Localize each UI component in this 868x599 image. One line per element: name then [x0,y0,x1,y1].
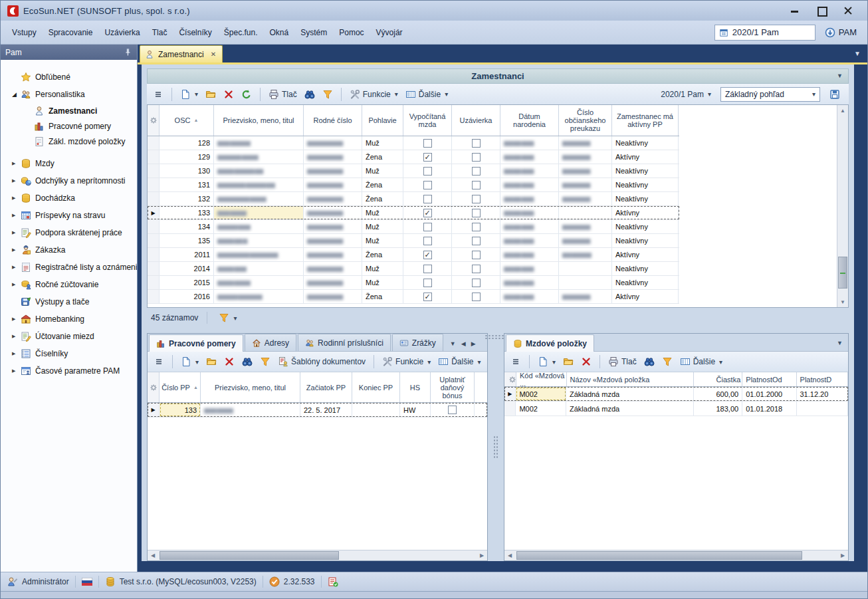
tree-expand-icon[interactable] [12,247,21,253]
closing-checkbox[interactable] [472,265,481,273]
splitter-grip-icon[interactable] [493,435,498,458]
grid-settings-cell[interactable] [148,372,160,402]
closing-checkbox[interactable] [472,153,481,162]
toolbar-period-selector[interactable]: 2020/1 Pam [658,88,714,100]
search-button[interactable] [302,88,318,101]
menu-item[interactable]: Spracovanie [43,25,99,40]
filter-button[interactable] [320,88,336,101]
search-button[interactable] [641,355,657,368]
menu-item[interactable]: Vstupy [6,25,43,40]
column-header-cislo-pp[interactable]: Číslo PP [160,372,201,402]
calculated-wage-checkbox[interactable] [423,251,432,259]
tree-expand-icon[interactable] [12,368,21,374]
column-header-rodne-cislo[interactable]: Rodné číslo [304,105,362,136]
table-row[interactable]: M002 Základná mzda 183,00 01.01.2018 [504,402,848,416]
column-header-vypocitana-mzda[interactable]: Vypočítaná mzda [403,105,452,136]
sidebar-item[interactable]: Dochádzka [1,189,137,207]
table-row[interactable]: 2016 ▆▆▆▆▆ ▆▆▆▆▆▆ ▆▆▆▆▆▆▆▆▆ Žena ▆▆.▆▆.▆… [148,290,679,304]
vertical-scrollbar[interactable] [837,105,848,307]
tab-mzdove-polozky[interactable]: Mzdové položky [506,334,594,352]
grid-settings-cell[interactable] [504,372,516,386]
menu-item[interactable]: Vývojár [370,25,409,40]
detail-tab[interactable]: Zrážky [392,334,443,351]
column-header-pohlavie[interactable]: Pohlavie [362,105,403,136]
filter-menu-button[interactable] [216,311,239,324]
maximize-button[interactable] [817,7,826,15]
sidebar-item[interactable]: Zákazka [1,241,137,259]
menu-icon[interactable] [150,88,166,101]
panel-menu-arrow-icon[interactable] [837,340,843,346]
closing-checkbox[interactable] [472,209,481,217]
document-templates-button[interactable]: Šablóny dokumentov [275,355,368,368]
calculated-wage-checkbox[interactable] [423,237,432,245]
closing-checkbox[interactable] [472,279,481,287]
horizontal-scrollbar[interactable] [504,550,848,560]
scrollbar-thumb[interactable] [838,257,847,289]
closing-checkbox[interactable] [472,181,481,189]
table-row[interactable]: 2015 ▆▆▆▆ ▆▆▆▆ ▆▆▆▆▆▆▆▆▆ Muž ▆▆.▆▆.▆▆▆ N… [148,276,679,290]
tab-zamestnanci[interactable]: Zamestnanci [140,45,223,62]
open-record-button[interactable] [203,88,219,101]
calculated-wage-checkbox[interactable] [423,139,432,148]
sidebar-item[interactable]: Zákl. mzdové položky [1,134,137,149]
sidebar-item[interactable]: Časové parametre PAM [1,362,137,380]
more-button[interactable]: Ďalšie [677,355,725,368]
closing-checkbox[interactable] [472,195,481,203]
tree-expand-icon[interactable] [12,213,21,218]
sidebar-item[interactable]: Odchýlky a neprítomnosti [1,172,137,189]
table-row[interactable]: 130 ▆▆▆▆ ▆▆▆▆▆ ▆▆ ▆▆▆▆▆▆▆▆▆ Muž ▆▆.▆▆.▆▆… [148,164,679,178]
column-header-koniec-pp[interactable]: Koniec PP [352,372,400,402]
minimize-button[interactable] [790,7,800,15]
close-button[interactable] [843,7,853,15]
menu-icon[interactable] [151,355,167,368]
print-button[interactable]: Tlač [266,88,300,101]
tree-expand-icon[interactable] [12,195,21,201]
table-row[interactable]: 128 ▆▆▆ ▆▆▆▆▆ ▆▆▆▆▆▆▆▆▆ Muž ▆▆.▆▆.▆▆▆ ▆▆… [148,136,679,150]
menu-item[interactable]: Tlač [146,25,173,40]
table-row[interactable]: 131 ▆▆▆▆▆▆▆ ▆▆▆▆▆ ▆▆ ▆▆▆▆▆▆▆▆▆ Žena ▆▆.▆… [148,178,679,192]
sidebar-item[interactable]: Účtovanie miezd [1,328,137,345]
column-header-danovy-bonus[interactable]: Uplatniť daňový bónus [431,372,475,402]
column-header-hs[interactable]: HS [400,372,431,402]
open-record-button[interactable] [203,355,219,368]
calculated-wage-checkbox[interactable] [423,223,432,231]
sidebar-header[interactable]: Pam [1,45,137,60]
menu-item[interactable]: Pomoc [333,25,370,40]
closing-checkbox[interactable] [472,293,481,301]
grid-settings-cell[interactable] [148,105,160,136]
view-combobox[interactable]: Základný pohľad [720,87,820,102]
table-row[interactable]: 134 ▆▆▆▆▆ ▆▆▆ ▆▆▆▆▆▆▆▆▆ Muž ▆▆.▆▆.▆▆▆ ▆▆… [148,220,679,234]
panel-splitter[interactable] [488,333,504,561]
pam-module-button[interactable]: PAM [825,27,857,38]
search-button[interactable] [239,355,255,368]
sidebar-item[interactable]: Zamestnanci [1,103,137,118]
sidebar-item[interactable]: Podpora skrátenej práce [1,224,137,241]
save-view-button[interactable] [827,88,843,101]
refresh-button[interactable] [239,88,255,101]
column-header-ciastka[interactable]: Čiastka [694,372,743,386]
table-row[interactable]: 133 ▆▆▆ ▆▆▆▆ ▆▆▆▆▆▆▆▆▆ Muž ▆▆.▆▆.▆▆▆ Akt… [148,206,679,220]
menu-item[interactable]: Uzávierka [98,25,146,40]
table-row[interactable]: 133 ▆▆▆ ▆▆▆▆ 22. 5. 2017 HW [148,403,487,418]
table-row[interactable]: 2011 ▆▆▆▆▆▆▆▆ ▆▆▆▆▆▆▆ ▆▆▆▆▆▆▆▆▆ Žena ▆▆.… [148,248,679,262]
horizontal-scrollbar[interactable] [148,550,487,560]
column-header-kod[interactable]: Kód «Mzdová ... [516,372,567,386]
delete-record-button[interactable] [578,355,594,368]
pin-icon[interactable] [123,48,132,57]
column-header-platnost-od[interactable]: PlatnostOd [742,372,796,386]
detail-tab[interactable]: Rodinní príslušníci [298,334,391,351]
menu-item[interactable]: Systém [294,25,333,40]
new-record-button[interactable] [535,355,558,368]
sidebar-item[interactable]: Číselníky [1,345,137,362]
table-row[interactable]: 129 ▆▆▆▆▆▆ ▆▆▆▆ ▆▆▆▆▆▆▆▆▆ Žena ▆▆.▆▆.▆▆▆… [148,150,679,164]
menu-icon[interactable] [508,355,524,368]
closing-checkbox[interactable] [472,237,481,245]
calculated-wage-checkbox[interactable] [423,153,432,162]
calculated-wage-checkbox[interactable] [423,293,432,301]
tabstrip-menu-arrow-icon[interactable] [854,50,861,57]
detail-tab[interactable]: Adresy [245,334,296,351]
delete-record-button[interactable] [221,88,237,101]
filter-button[interactable] [257,355,273,368]
sidebar-item[interactable]: Výstupy a tlače [1,293,137,310]
table-row[interactable]: 135 ▆▆▆▆ ▆▆ ▆ ▆▆▆▆▆▆▆▆▆ Muž ▆▆.▆▆.▆▆▆ ▆▆… [148,234,679,248]
